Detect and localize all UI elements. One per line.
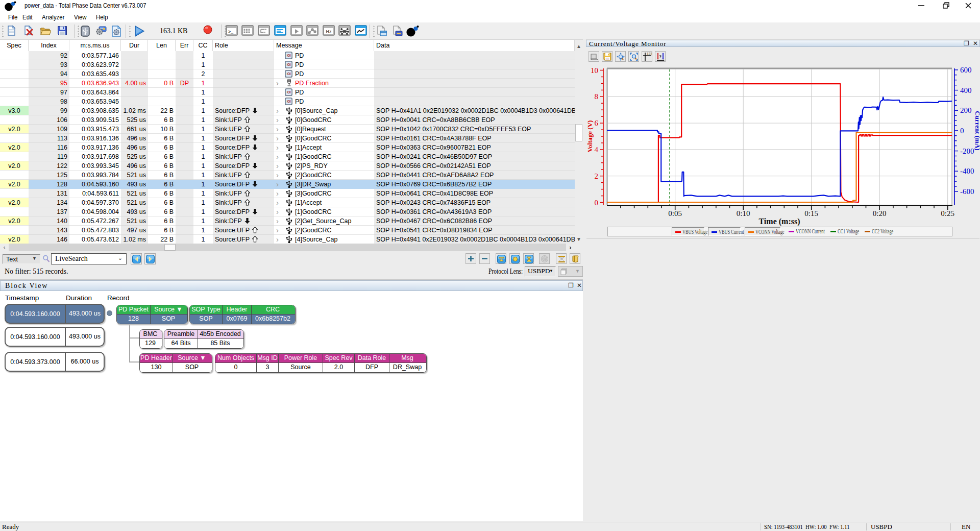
svg-text:IOI: IOI bbox=[287, 100, 291, 103]
svg-text:-200: -200 bbox=[960, 147, 974, 155]
svg-text:0:05: 0:05 bbox=[668, 209, 682, 218]
svg-text:0: 0 bbox=[595, 199, 599, 207]
svg-text:4: 4 bbox=[595, 146, 599, 154]
svg-text:0:20: 0:20 bbox=[873, 209, 887, 218]
svg-text:Time (m:ss): Time (m:ss) bbox=[758, 217, 800, 226]
svg-text:-600: -600 bbox=[960, 187, 974, 196]
svg-text:Voltage (V): Voltage (V) bbox=[586, 120, 594, 153]
svg-text:0:25: 0:25 bbox=[941, 209, 954, 218]
svg-text:Current (mA): Current (mA) bbox=[974, 111, 980, 150]
svg-text:400: 400 bbox=[960, 86, 972, 94]
svg-text:600: 600 bbox=[960, 66, 972, 74]
svg-text:IOI: IOI bbox=[287, 90, 291, 94]
svg-text:-400: -400 bbox=[960, 167, 974, 175]
svg-text:0:15: 0:15 bbox=[804, 209, 818, 218]
svg-text:200: 200 bbox=[960, 106, 972, 114]
svg-text:6: 6 bbox=[595, 119, 599, 127]
svg-text:IOI: IOI bbox=[287, 72, 291, 76]
svg-text:10: 10 bbox=[591, 66, 598, 75]
svg-text:0: 0 bbox=[960, 127, 964, 135]
svg-text:8: 8 bbox=[595, 92, 599, 101]
svg-text:IOI: IOI bbox=[287, 54, 291, 57]
svg-text:0:10: 0:10 bbox=[737, 209, 750, 218]
svg-text:IOI: IOI bbox=[287, 63, 291, 66]
svg-text:2: 2 bbox=[595, 172, 599, 180]
